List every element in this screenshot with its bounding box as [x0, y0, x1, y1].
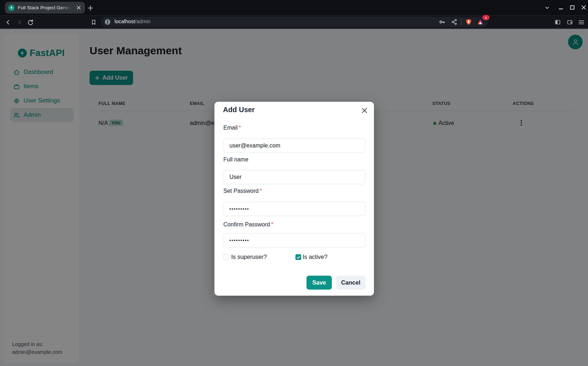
- browser-navbar: localhost/admin: [0, 15, 588, 29]
- urlbar-divider: [461, 19, 462, 25]
- page-viewport: FastAPI Dashboard Items User Settings: [0, 29, 588, 366]
- tab-close-button[interactable]: [75, 5, 82, 11]
- is-active-checkbox[interactable]: [295, 254, 301, 260]
- is-superuser-label: Is superuser?: [231, 254, 267, 260]
- url-host: localhost: [115, 19, 135, 24]
- is-superuser-checkbox[interactable]: [223, 254, 229, 260]
- browser-tab[interactable]: Full Stack Project Genera: [5, 2, 85, 14]
- window-close-button[interactable]: [580, 4, 588, 11]
- rewards-notification-badge: 1: [482, 15, 490, 20]
- browser-menu-button[interactable]: [578, 19, 585, 26]
- browser-titlebar: Full Stack Project Genera: [0, 0, 588, 15]
- confirm-password-label: Confirm Password*: [223, 221, 273, 228]
- brave-shields-button[interactable]: [465, 19, 472, 25]
- modal-title: Add User: [223, 106, 255, 114]
- full-name-label: Full name: [223, 156, 248, 163]
- wallet-button[interactable]: [566, 19, 573, 26]
- checkmark-icon: [296, 255, 300, 259]
- email-label: Email*: [223, 125, 241, 131]
- full-name-field[interactable]: [223, 170, 365, 184]
- site-info-button[interactable]: [104, 19, 111, 25]
- save-button[interactable]: Save: [306, 276, 332, 290]
- is-active-label: Is active?: [303, 254, 328, 260]
- sidebar-toggle-button[interactable]: [554, 19, 561, 26]
- bookmark-button[interactable]: [90, 19, 97, 26]
- cancel-button[interactable]: Cancel: [336, 276, 365, 290]
- url-text: localhost/admin: [115, 19, 151, 24]
- set-password-field[interactable]: [223, 202, 365, 216]
- confirm-password-field[interactable]: [223, 233, 365, 247]
- fastapi-favicon-icon: [8, 5, 15, 11]
- browser-window: Full Stack Project Genera: [0, 0, 588, 366]
- close-icon: [361, 107, 368, 114]
- modal-close-button[interactable]: [359, 105, 370, 116]
- required-asterisk: *: [271, 221, 273, 227]
- required-asterisk: *: [260, 188, 262, 194]
- add-user-modal: Add User Email* Full name Set Password* …: [214, 102, 374, 296]
- email-field[interactable]: [223, 139, 365, 153]
- set-password-label: Set Password*: [223, 188, 262, 194]
- password-manager-button[interactable]: [439, 19, 446, 25]
- url-path: /admin: [135, 19, 151, 24]
- url-bar[interactable]: localhost/admin: [101, 17, 488, 27]
- forward-button[interactable]: [16, 19, 23, 26]
- required-asterisk: *: [239, 125, 241, 131]
- tab-title: Full Stack Project Genera: [18, 5, 72, 10]
- reload-button[interactable]: [27, 19, 34, 26]
- window-minimize-button[interactable]: [557, 4, 565, 11]
- share-button[interactable]: [451, 19, 458, 25]
- window-maximize-button[interactable]: [568, 4, 576, 11]
- new-tab-button[interactable]: [87, 4, 94, 11]
- brave-rewards-button[interactable]: [477, 19, 484, 25]
- back-button[interactable]: [4, 19, 11, 26]
- tab-search-button[interactable]: [543, 4, 551, 11]
